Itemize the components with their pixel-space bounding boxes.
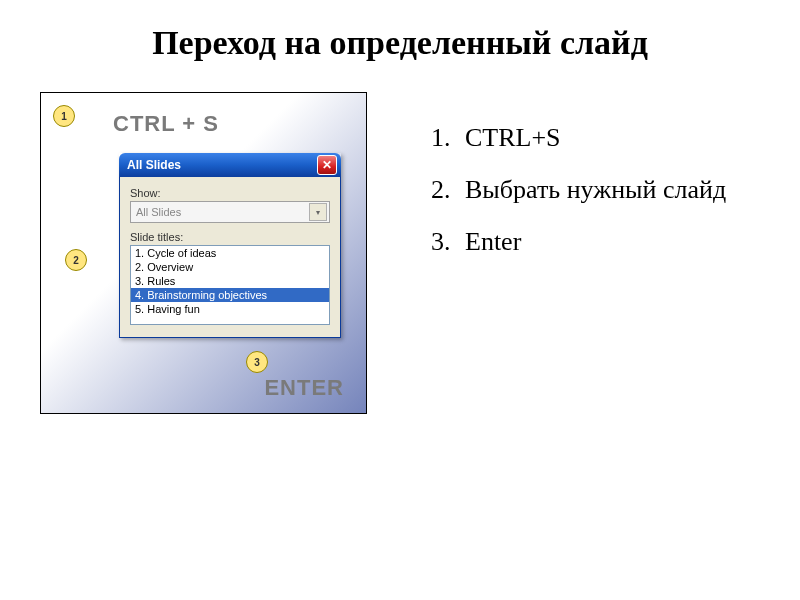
list-item-selected[interactable]: 4. Brainstorming objectives [131, 288, 329, 302]
list-item[interactable]: 3. Rules [131, 274, 329, 288]
show-combobox[interactable]: All Slides ▾ [130, 201, 330, 223]
list-item[interactable]: 1. Cycle of ideas [131, 246, 329, 260]
list-item[interactable]: 5. Having fun [131, 302, 329, 316]
callout-2: 2 [65, 249, 87, 271]
step-item: CTRL+S [457, 112, 726, 164]
show-label: Show: [130, 187, 330, 199]
chevron-down-icon: ▾ [316, 208, 320, 217]
callout-1: 1 [53, 105, 75, 127]
content-area: 1 CTRL + S 2 All Slides ✕ Show: All Slid… [0, 92, 800, 414]
steps-list: CTRL+S Выбрать нужный слайд Enter [427, 112, 726, 388]
page-title: Переход на определенный слайд [0, 24, 800, 62]
dialog-body: Show: All Slides ▾ Slide titles: 1. Cycl… [119, 177, 341, 338]
show-value: All Slides [136, 206, 181, 218]
step-item: Enter [457, 216, 726, 268]
slide-titles-list[interactable]: 1. Cycle of ideas 2. Overview 3. Rules 4… [130, 245, 330, 325]
key-label-ctrl-s: CTRL + S [113, 111, 219, 137]
dialog-titlebar[interactable]: All Slides ✕ [119, 153, 341, 177]
callout-3: 3 [246, 351, 268, 373]
list-item[interactable]: 2. Overview [131, 260, 329, 274]
illustration-panel: 1 CTRL + S 2 All Slides ✕ Show: All Slid… [40, 92, 367, 414]
key-label-enter: ENTER [264, 375, 344, 401]
slide-titles-label: Slide titles: [130, 231, 330, 243]
combo-dropdown-button[interactable]: ▾ [309, 203, 327, 221]
all-slides-dialog: All Slides ✕ Show: All Slides ▾ Slide ti… [119, 153, 341, 338]
close-icon: ✕ [322, 158, 332, 172]
close-button[interactable]: ✕ [317, 155, 337, 175]
step-item: Выбрать нужный слайд [457, 164, 726, 216]
dialog-title: All Slides [127, 158, 181, 172]
